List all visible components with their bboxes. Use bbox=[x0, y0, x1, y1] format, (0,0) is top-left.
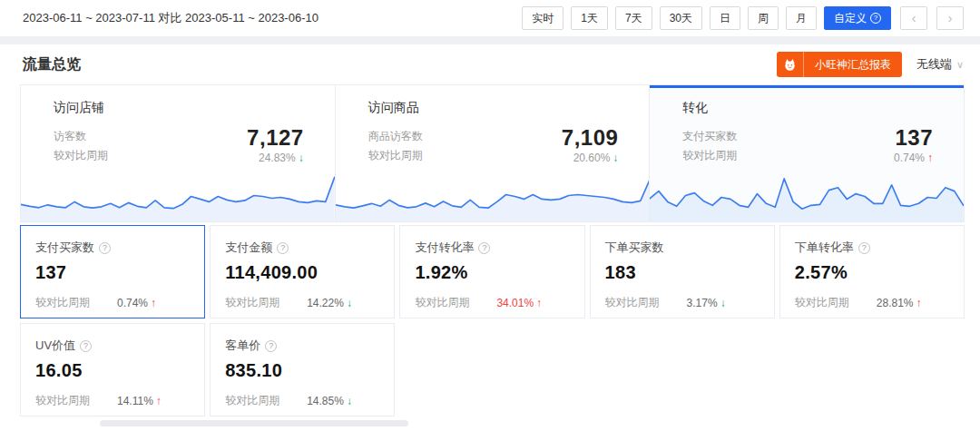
metric-card-label: 客单价? bbox=[225, 338, 379, 354]
chart-card-values: 7,127 24.83%↓ bbox=[247, 127, 304, 165]
metric-card-label: 支付金额? bbox=[225, 240, 379, 256]
chart-card-shop-visits[interactable]: 访问店铺 访客数 较对比周期 7,127 24.83%↓ bbox=[21, 85, 336, 221]
date-range-controls: 实时 1天 7天 30天 日 周 月 自定义 ? ‹ › bbox=[514, 6, 964, 30]
compare-label: 较对比周期 bbox=[225, 295, 279, 310]
label-text: 支付金额 bbox=[225, 240, 272, 256]
trend-arrow-icon: ↑ bbox=[151, 297, 156, 309]
trend-arrow-icon: ↑ bbox=[156, 395, 162, 407]
custom-range-label: 自定义 bbox=[834, 11, 867, 26]
range-button-30day[interactable]: 30天 bbox=[660, 6, 702, 30]
metric-card-uv-value[interactable]: UV价值? 16.05 较对比周期14.11%↑ bbox=[20, 323, 205, 416]
change-value: 14.11% bbox=[117, 395, 153, 407]
report-button-label: 小旺神汇总报表 bbox=[804, 57, 902, 73]
label-text: 支付买家数 bbox=[35, 240, 94, 256]
label-text: 支付转化率 bbox=[415, 240, 474, 256]
metric-card-pay-conversion[interactable]: 支付转化率? 1.92% 较对比周期34.01%↑ bbox=[399, 225, 584, 318]
metric-label: 支付买家数 bbox=[682, 127, 737, 146]
chart-card-labels: 商品访客数 较对比周期 bbox=[368, 127, 423, 165]
metric-value: 137 bbox=[894, 127, 933, 149]
metric-value: 7,127 bbox=[247, 127, 304, 149]
compare-label: 较对比周期 bbox=[795, 295, 849, 310]
metric-card-label: 下单买家数? bbox=[605, 240, 760, 256]
metric-card-order-buyers[interactable]: 下单买家数? 183 较对比周期3.17%↓ bbox=[590, 225, 775, 318]
change-value: 3.17% bbox=[687, 297, 718, 309]
metric-card-label: 支付转化率? bbox=[415, 240, 569, 256]
change-value: 34.01% bbox=[496, 297, 534, 309]
metric-card-value: 137 bbox=[35, 262, 190, 283]
metric-change: 20.60%↓ bbox=[562, 152, 619, 164]
header-actions: 小旺神汇总报表 无线端 ∨ bbox=[777, 52, 964, 77]
prev-period-button[interactable]: ‹ bbox=[900, 6, 927, 30]
trend-arrow-icon: ↓ bbox=[299, 152, 304, 164]
label-text: 下单转化率 bbox=[795, 240, 854, 256]
compare-label: 较对比周期 bbox=[415, 295, 469, 310]
date-range-display[interactable]: 2023-06-11 ~ 2023-07-11 对比 2023-05-11 ~ … bbox=[23, 10, 318, 26]
metric-card-compare: 较对比周期14.85%↓ bbox=[225, 393, 379, 408]
compare-label: 较对比周期 bbox=[35, 393, 90, 408]
chevron-down-icon: ∨ bbox=[956, 59, 964, 71]
metric-card-compare: 较对比周期0.74%↑ bbox=[35, 295, 190, 310]
label-text: UV价值 bbox=[35, 338, 75, 354]
metric-card-compare: 较对比周期34.01%↑ bbox=[415, 295, 569, 310]
chart-card-conversion[interactable]: 转化 支付买家数 较对比周期 137 0.74%↑ bbox=[650, 85, 964, 221]
range-button-custom[interactable]: 自定义 ? bbox=[824, 6, 891, 30]
metric-card-avg-order-value[interactable]: 客单价? 835.10 较对比周期14.85%↓ bbox=[210, 323, 395, 416]
metric-card-value: 1.92% bbox=[415, 262, 569, 283]
chart-card-title: 转化 bbox=[682, 100, 931, 116]
trend-arrow-icon: ↓ bbox=[612, 152, 618, 164]
compare-label: 较对比周期 bbox=[54, 146, 108, 165]
sparkline-chart bbox=[336, 170, 650, 221]
trend-arrow-icon: ↓ bbox=[720, 297, 726, 309]
metric-card-pay-buyers[interactable]: 支付买家数? 137 较对比周期0.74%↑ bbox=[20, 225, 205, 318]
range-button-day[interactable]: 日 bbox=[710, 6, 740, 30]
chart-card-labels: 支付买家数 较对比周期 bbox=[682, 127, 737, 165]
help-icon[interactable]: ? bbox=[277, 242, 289, 254]
metric-cards-grid: 支付买家数? 137 较对比周期0.74%↑ 支付金额? 114,409.00 … bbox=[20, 225, 965, 416]
chart-card-title: 访问商品 bbox=[368, 100, 617, 116]
chart-card-values: 137 0.74%↑ bbox=[894, 127, 933, 165]
help-icon[interactable]: ? bbox=[265, 340, 277, 352]
chevron-right-icon: › bbox=[948, 11, 953, 25]
range-button-week[interactable]: 周 bbox=[748, 6, 779, 30]
compare-label: 较对比周期 bbox=[682, 146, 737, 165]
label-text: 下单买家数 bbox=[605, 240, 664, 256]
metric-card-label: UV价值? bbox=[35, 338, 190, 354]
metric-card-compare: 较对比周期3.17%↓ bbox=[605, 295, 760, 310]
range-button-1day[interactable]: 1天 bbox=[571, 6, 608, 30]
horizontal-scrollbar-thumb[interactable] bbox=[100, 420, 408, 426]
wangshen-report-button[interactable]: 小旺神汇总报表 bbox=[777, 52, 902, 77]
chart-card-metrics: 支付买家数 较对比周期 137 0.74%↑ bbox=[650, 127, 964, 165]
sparkline-chart bbox=[650, 170, 964, 221]
range-button-realtime[interactable]: 实时 bbox=[522, 6, 564, 30]
metric-card-value: 114,409.00 bbox=[225, 262, 379, 283]
metric-change: 0.74%↑ bbox=[894, 152, 933, 164]
chart-card-product-visits[interactable]: 访问商品 商品访客数 较对比周期 7,109 20.60%↓ bbox=[336, 85, 651, 221]
next-period-button[interactable]: › bbox=[936, 6, 964, 30]
page-title: 流量总览 bbox=[23, 55, 81, 74]
help-icon[interactable]: ? bbox=[80, 340, 92, 352]
compare-label: 较对比周期 bbox=[225, 393, 279, 408]
trend-arrow-icon: ↑ bbox=[927, 152, 933, 164]
metric-card-label: 支付买家数? bbox=[35, 240, 190, 256]
metric-card-compare: 较对比周期14.22%↓ bbox=[225, 295, 379, 310]
range-button-7day[interactable]: 7天 bbox=[615, 6, 652, 30]
metric-card-compare: 较对比周期28.81%↑ bbox=[795, 295, 949, 310]
chevron-left-icon: ‹ bbox=[912, 11, 916, 25]
metric-card-pay-amount[interactable]: 支付金额? 114,409.00 较对比周期14.22%↓ bbox=[210, 225, 395, 318]
help-icon[interactable]: ? bbox=[99, 242, 111, 254]
section-header: 流量总览 小旺神汇总报表 无线端 ∨ bbox=[0, 44, 980, 84]
trend-arrow-icon: ↑ bbox=[536, 297, 542, 309]
range-button-month[interactable]: 月 bbox=[786, 6, 817, 30]
help-icon[interactable]: ? bbox=[478, 242, 490, 254]
chart-card-metrics: 商品访客数 较对比周期 7,109 20.60%↓ bbox=[336, 127, 650, 165]
trend-arrow-icon: ↓ bbox=[347, 297, 352, 309]
metric-card-value: 16.05 bbox=[35, 360, 190, 381]
metric-change: 24.83%↓ bbox=[247, 152, 304, 164]
help-icon[interactable]: ? bbox=[858, 242, 870, 254]
chart-card-title: 访问店铺 bbox=[54, 100, 302, 116]
compare-label: 较对比周期 bbox=[605, 295, 660, 310]
metric-card-order-conversion[interactable]: 下单转化率? 2.57% 较对比周期28.81%↑ bbox=[779, 225, 965, 318]
metric-label: 商品访客数 bbox=[368, 127, 423, 146]
channel-selector[interactable]: 无线端 ∨ bbox=[916, 56, 964, 73]
trend-arrow-icon: ↓ bbox=[347, 395, 352, 407]
